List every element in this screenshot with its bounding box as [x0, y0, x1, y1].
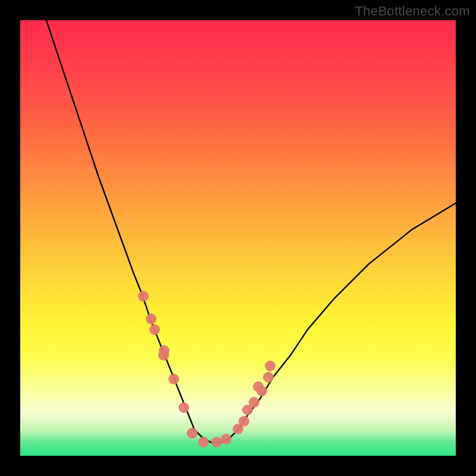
watermark-text: TheBottleneck.com [355, 4, 470, 19]
data-point [168, 374, 179, 384]
data-point [221, 434, 231, 444]
data-point [146, 314, 156, 324]
data-point [149, 324, 160, 335]
plot-area [20, 20, 456, 456]
data-point [138, 291, 149, 302]
data-point [263, 372, 274, 383]
data-points-layer [20, 20, 456, 456]
data-point [187, 428, 198, 439]
data-point [159, 345, 170, 356]
data-point [198, 437, 209, 447]
chart-frame: TheBottleneck.com [0, 0, 476, 476]
data-point [178, 402, 189, 413]
data-point [249, 397, 259, 408]
data-point [265, 361, 275, 371]
data-point [239, 416, 249, 427]
data-point [256, 386, 267, 396]
